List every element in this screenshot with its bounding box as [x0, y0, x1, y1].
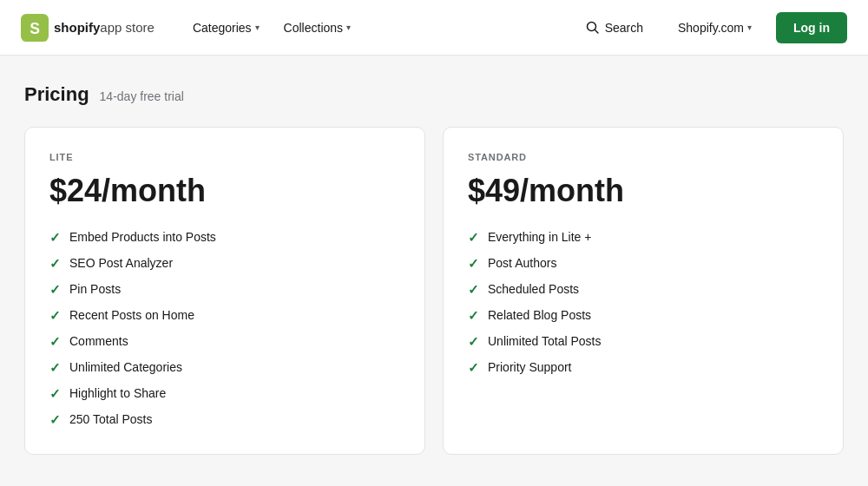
check-icon: ✓ — [49, 309, 61, 322]
svg-text:S: S — [30, 20, 40, 37]
list-item: ✓Comments — [49, 334, 400, 348]
feature-text: Related Blog Posts — [488, 308, 591, 322]
feature-text: Unlimited Total Posts — [488, 334, 601, 348]
feature-text: Pin Posts — [69, 282, 121, 296]
check-icon: ✓ — [468, 257, 479, 270]
check-icon: ✓ — [468, 361, 479, 374]
feature-text: Recent Posts on Home — [69, 308, 194, 322]
check-icon: ✓ — [468, 283, 479, 296]
feature-text: Highlight to Share — [69, 386, 166, 400]
feature-text: Embed Products into Posts — [69, 230, 216, 244]
list-item: ✓Highlight to Share — [49, 386, 400, 400]
pricing-header: Pricing 14-day free trial — [24, 83, 844, 106]
list-item: ✓Unlimited Categories — [49, 360, 400, 374]
search-button[interactable]: Search — [575, 14, 654, 42]
feature-text: SEO Post Analyzer — [69, 256, 173, 270]
chevron-down-icon: ▾ — [747, 23, 752, 32]
header: S shopifyapp store Categories ▾ Collecti… — [0, 0, 868, 56]
check-icon: ✓ — [49, 413, 61, 426]
shopify-com-button[interactable]: Shopify.com ▾ — [667, 14, 762, 42]
svg-line-3 — [595, 30, 598, 33]
main-nav: Categories ▾ Collections ▾ — [182, 14, 361, 42]
check-icon: ✓ — [468, 309, 479, 322]
list-item: ✓250 Total Posts — [49, 412, 400, 426]
nav-categories[interactable]: Categories ▾ — [182, 14, 270, 42]
plan-price-standard: $49/month — [468, 173, 819, 209]
list-item: ✓SEO Post Analyzer — [49, 256, 400, 270]
check-icon: ✓ — [49, 387, 61, 400]
pricing-subtitle: 14-day free trial — [100, 89, 184, 103]
feature-text: Scheduled Posts — [488, 282, 579, 296]
list-item: ✓Pin Posts — [49, 282, 400, 296]
list-item: ✓Recent Posts on Home — [49, 308, 400, 322]
main-content: Pricing 14-day free trial LITE$24/month✓… — [0, 56, 868, 483]
check-icon: ✓ — [49, 361, 61, 374]
feature-text: 250 Total Posts — [69, 412, 152, 426]
check-icon: ✓ — [49, 257, 61, 270]
plan-card-lite: LITE$24/month✓Embed Products into Posts✓… — [24, 127, 425, 455]
logo[interactable]: S shopifyapp store — [21, 14, 155, 42]
plan-label-lite: LITE — [49, 152, 400, 162]
plans-grid: LITE$24/month✓Embed Products into Posts✓… — [24, 127, 844, 455]
plan-card-standard: STANDARD$49/month✓Everything in Lite +✓P… — [443, 127, 844, 455]
shopify-logo-icon: S — [21, 14, 49, 42]
search-icon — [586, 21, 600, 35]
feature-text: Priority Support — [488, 360, 571, 374]
feature-text: Unlimited Categories — [69, 360, 182, 374]
feature-text: Post Authors — [488, 256, 556, 270]
check-icon: ✓ — [49, 283, 61, 296]
list-item: ✓Scheduled Posts — [468, 282, 819, 296]
features-list-standard: ✓Everything in Lite +✓Post Authors✓Sched… — [468, 230, 819, 374]
login-button[interactable]: Log in — [776, 12, 847, 43]
feature-text: Everything in Lite + — [488, 230, 591, 244]
list-item: ✓Related Blog Posts — [468, 308, 819, 322]
feature-text: Comments — [69, 334, 128, 348]
plan-price-lite: $24/month — [49, 173, 400, 209]
list-item: ✓Everything in Lite + — [468, 230, 819, 244]
check-icon: ✓ — [49, 335, 61, 348]
list-item: ✓Post Authors — [468, 256, 819, 270]
list-item: ✓Unlimited Total Posts — [468, 334, 819, 348]
check-icon: ✓ — [49, 231, 61, 244]
plan-label-standard: STANDARD — [468, 152, 819, 162]
list-item: ✓Embed Products into Posts — [49, 230, 400, 244]
pricing-title: Pricing — [24, 83, 89, 106]
chevron-down-icon: ▾ — [346, 23, 351, 32]
header-right: Search Shopify.com ▾ Log in — [575, 12, 847, 43]
nav-collections[interactable]: Collections ▾ — [273, 14, 361, 42]
chevron-down-icon: ▾ — [255, 23, 260, 32]
features-list-lite: ✓Embed Products into Posts✓SEO Post Anal… — [49, 230, 400, 426]
check-icon: ✓ — [468, 231, 479, 244]
check-icon: ✓ — [468, 335, 479, 348]
list-item: ✓Priority Support — [468, 360, 819, 374]
